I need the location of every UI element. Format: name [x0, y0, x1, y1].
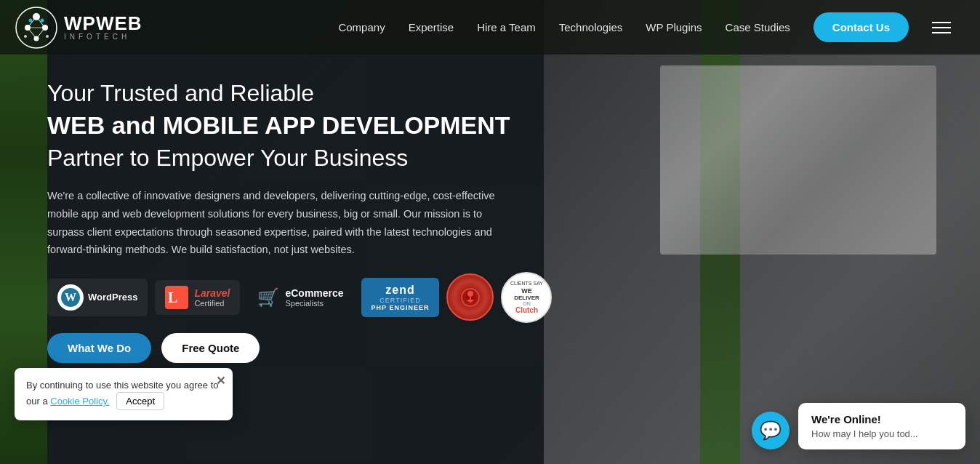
svg-text:L: L — [168, 289, 177, 305]
svg-line-9 — [28, 17, 36, 28]
logo-text: WPWEB INFOTECH — [64, 14, 142, 41]
wordpress-icon: W — [57, 284, 84, 311]
laravel-badge[interactable]: L Laravel Certified — [155, 280, 240, 315]
hero-title-line1: Your Trusted and Reliable — [47, 80, 314, 106]
hamburger-menu[interactable] — [932, 22, 951, 33]
navbar: WPWEB INFOTECH Company Expertise Hire a … — [0, 0, 980, 55]
clutch-badge[interactable]: CLIENTS SAY WE DELIVER ON Clutch — [501, 272, 552, 323]
laravel-name: Laravel — [194, 287, 230, 299]
clutch-clients-say: CLIENTS SAY — [510, 281, 543, 287]
chat-bubble-icon: 💬 — [760, 420, 782, 441]
logo-icon — [15, 6, 58, 49]
ecommerce-text: eCommerce Specialists — [285, 287, 343, 308]
svg-line-12 — [36, 28, 45, 39]
nav-expertise[interactable]: Expertise — [409, 21, 454, 33]
hero-description: We're a collective of innovative designe… — [47, 187, 498, 259]
cookie-accept-button[interactable]: Accept — [116, 392, 164, 410]
svg-point-5 — [29, 18, 33, 22]
nav-technologies[interactable]: Technologies — [559, 21, 623, 33]
clutch-on: ON — [523, 301, 531, 306]
svg-point-19 — [467, 291, 473, 297]
ecommerce-label: eCommerce — [285, 287, 343, 299]
laravel-certified: Certified — [194, 299, 230, 308]
wordpress-label: WordPress — [88, 292, 137, 303]
nav-links: Company Expertise Hire a Team Technologi… — [338, 12, 951, 42]
hamburger-line-3 — [932, 32, 951, 33]
svg-point-8 — [46, 35, 49, 38]
hero-title-line2: WEB and MOBILE APP DEVELOPMENT — [47, 111, 510, 139]
cookie-policy-link[interactable]: Cookie Policy. — [50, 396, 109, 407]
logo-sub-text: INFOTECH — [64, 33, 142, 41]
svg-point-6 — [41, 18, 44, 22]
svg-text:W: W — [65, 291, 76, 303]
cookie-close-button[interactable]: ✕ — [216, 374, 225, 388]
laravel-icon: L — [165, 286, 188, 309]
ecommerce-sub: Specialists — [285, 299, 343, 308]
clutch-we: WE — [521, 287, 532, 295]
chat-subtitle: How may I help you tod... — [811, 428, 952, 439]
hamburger-line-2 — [932, 27, 951, 28]
nav-hire-team[interactable]: Hire a Team — [477, 21, 536, 33]
svg-line-10 — [36, 17, 45, 28]
chat-title: We're Online! — [811, 413, 952, 425]
zend-badge[interactable]: zend CERTIFIED PHP ENGINEER — [361, 278, 440, 317]
cta-row: What We Do Free Quote — [0, 323, 980, 363]
zend-certified-label: CERTIFIED — [371, 297, 430, 304]
hero-content: Your Trusted and Reliable WEB and MOBILE… — [0, 55, 980, 259]
wordpress-badge[interactable]: W WordPress — [47, 279, 148, 316]
hero-title-line3: Partner to Empower Your Business — [47, 145, 408, 171]
svg-point-7 — [24, 35, 27, 38]
chat-widget[interactable]: We're Online! How may I help you tod... — [798, 403, 965, 449]
laravel-text: Laravel Certified — [194, 287, 230, 308]
cookie-banner: ✕ By continuing to use this website you … — [15, 368, 233, 421]
hamburger-line-1 — [932, 22, 951, 23]
award-badge[interactable] — [446, 273, 494, 321]
nav-company[interactable]: Company — [338, 21, 385, 33]
cart-icon: 🛒 — [257, 287, 279, 308]
zend-engineer-label: PHP ENGINEER — [371, 304, 430, 311]
award-icon — [459, 287, 481, 308]
chat-bubble-button[interactable]: 💬 — [752, 412, 790, 449]
zend-content: zend CERTIFIED PHP ENGINEER — [371, 284, 430, 311]
nav-wp-plugins[interactable]: WP Plugins — [646, 21, 702, 33]
hero-title: Your Trusted and Reliable WEB and MOBILE… — [47, 78, 542, 174]
logo-main-text: WPWEB — [64, 14, 142, 33]
free-quote-button[interactable]: Free Quote — [161, 333, 260, 363]
badges-row: W WordPress L Laravel Certified 🛒 eComme… — [0, 259, 980, 323]
clutch-deliver: DELIVER — [514, 295, 539, 301]
ecommerce-badge[interactable]: 🛒 eCommerce Specialists — [247, 281, 353, 313]
what-we-do-button[interactable]: What We Do — [47, 333, 151, 363]
logo-area[interactable]: WPWEB INFOTECH — [15, 6, 142, 49]
zend-name: zend — [371, 284, 430, 297]
nav-case-studies[interactable]: Case Studies — [726, 21, 790, 33]
svg-line-11 — [28, 28, 36, 39]
clutch-name: Clutch — [515, 306, 538, 314]
contact-us-button[interactable]: Contact Us — [814, 12, 909, 42]
